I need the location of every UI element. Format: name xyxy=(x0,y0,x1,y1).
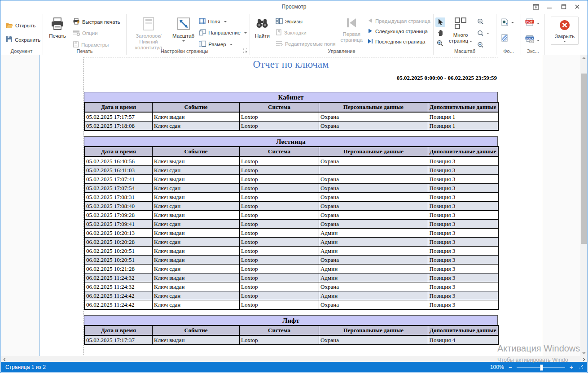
group-label-navigation: Управление xyxy=(250,48,433,54)
table-cell: 05.02.2025 17:08:31 xyxy=(84,193,153,202)
scroll-up-icon[interactable] xyxy=(580,55,588,61)
table-cell: Loxtop xyxy=(240,156,319,166)
group-label-background: Фо... xyxy=(496,48,521,54)
pdf-icon: PDF xyxy=(525,18,534,28)
table-cell: 05.02.2025 17:07:41 xyxy=(84,175,153,184)
section-band: Лестница xyxy=(84,136,498,146)
maximize-button[interactable] xyxy=(558,2,570,11)
watermark-button[interactable] xyxy=(500,33,515,43)
zoom-minus-button[interactable]: − xyxy=(509,364,512,370)
title-bar: Просмотр xyxy=(0,0,588,14)
table-cell: Охрана xyxy=(319,202,428,211)
export-pdf-button[interactable]: PDF xyxy=(524,17,541,29)
table-cell: Позиция 3 xyxy=(428,247,498,256)
options-label: Опции xyxy=(82,30,98,36)
quick-print-button[interactable]: Быстрая печать xyxy=(72,17,121,26)
column-header: Событие xyxy=(153,325,240,335)
group-label-document: Документ xyxy=(0,48,43,54)
page-color-button[interactable] xyxy=(500,17,515,27)
table-cell: Ключ выдан xyxy=(153,247,240,256)
bookmarks-button: Закладки xyxy=(275,29,337,37)
first-page-icon xyxy=(345,17,358,30)
size-button[interactable]: Размер xyxy=(198,40,248,48)
open-button[interactable]: Открыть xyxy=(5,22,41,30)
page-setup-dialog-launcher[interactable] xyxy=(242,48,248,54)
close-window-button[interactable] xyxy=(571,2,583,11)
table-cell: Позиция 3 xyxy=(428,256,498,265)
table-cell: 05.02.2025 17:08:40 xyxy=(84,202,153,211)
zoom-plus-button[interactable]: + xyxy=(570,364,573,370)
save-button[interactable]: Сохранить xyxy=(5,35,41,44)
report-table: Дата и времяСобытиеСистемаПерсональные д… xyxy=(84,325,499,345)
ribbon-group-zoom: Много страниц Масштаб xyxy=(434,14,496,55)
vertical-scroll-thumb[interactable] xyxy=(581,74,587,244)
column-header: Персональные данные xyxy=(319,325,428,335)
table-cell: Ключ сдан xyxy=(153,121,240,131)
many-pages-button[interactable]: Много страниц xyxy=(447,16,474,45)
table-cell: Loxtop xyxy=(240,184,319,193)
report-content: Отчет по ключам 05.02.2025 0:00:00 - 06.… xyxy=(83,57,498,356)
parameters-icon xyxy=(73,41,79,48)
table-cell: 06.02.2025 10:20:13 xyxy=(84,229,153,238)
dropdown-arrow-icon xyxy=(511,22,514,25)
zoom-button[interactable] xyxy=(476,29,491,37)
print-button[interactable]: Печать xyxy=(45,16,70,40)
resize-grip[interactable] xyxy=(579,364,584,370)
thumbnails-button[interactable]: Эскизы xyxy=(275,17,337,26)
last-page-button[interactable]: Последняя страница xyxy=(367,38,431,45)
orientation-button[interactable]: Направление xyxy=(198,29,248,37)
thumbnails-label: Эскизы xyxy=(285,19,303,24)
table-cell: Охрана xyxy=(319,121,428,131)
find-button[interactable]: Найти xyxy=(252,16,273,40)
preview-surface: Отчет по ключам 05.02.2025 0:00:00 - 06.… xyxy=(1,55,580,356)
margins-button[interactable]: Поля xyxy=(198,17,248,26)
table-cell: Loxtop xyxy=(240,256,319,265)
pointer-tool-button[interactable] xyxy=(435,17,445,27)
report-sections: КабинетДата и времяСобытиеСистемаПерсона… xyxy=(84,92,498,345)
table-row: 06.02.2025 11:24:42Ключ сданLoxtopОхрана… xyxy=(84,300,498,310)
zoom-slider[interactable] xyxy=(517,367,565,368)
table-cell: Loxtop xyxy=(240,247,319,256)
table-cell: Ключ выдан xyxy=(153,256,240,265)
find-label: Найти xyxy=(255,33,270,39)
zoom-in-button[interactable] xyxy=(476,41,491,49)
column-header: Дата и время xyxy=(84,102,153,112)
zoom-out-button[interactable] xyxy=(476,17,491,26)
zoom-slider-thumb[interactable] xyxy=(540,364,543,371)
next-page-button[interactable]: Следующая страница xyxy=(367,28,431,35)
export-docx-button[interactable]: DOCX xyxy=(524,35,541,46)
column-header: Система xyxy=(240,147,319,156)
table-cell: Позиция 3 xyxy=(428,229,498,238)
close-preview-button[interactable]: Закрыть xyxy=(551,17,579,45)
orientation-label: Направление xyxy=(208,30,241,35)
table-cell: Позиция 3 xyxy=(428,273,498,282)
table-cell: Loxtop xyxy=(240,265,319,273)
table-cell: Loxtop xyxy=(240,175,319,184)
table-cell: Ключ сдан xyxy=(153,220,240,229)
table-cell: Охрана xyxy=(319,300,428,310)
table-cell: Позиция 3 xyxy=(428,220,498,229)
table-cell: Позиция 4 xyxy=(428,335,498,345)
ribbon-group-background: Фо... xyxy=(496,14,521,55)
dropdown-arrow-icon xyxy=(563,41,566,43)
header-footer-button: Заголовок/Нижний колонтитул xyxy=(128,16,169,52)
table-cell: 06.02.2025 10:20:51 xyxy=(84,256,153,265)
table-cell: Loxtop xyxy=(240,202,319,211)
scale-button[interactable]: Масштаб xyxy=(171,16,196,44)
table-row: 05.02.2025 17:09:41Ключ сданLoxtopОхрана… xyxy=(84,220,498,229)
table-cell: Ключ выдан xyxy=(153,335,240,345)
table-cell: Loxtop xyxy=(240,112,319,121)
zoom-region-tool-button[interactable] xyxy=(435,39,445,48)
table-cell: Админ xyxy=(319,265,428,273)
section-band: Лифт xyxy=(84,315,498,325)
vertical-scrollbar[interactable] xyxy=(580,55,588,356)
table-row: 06.02.2025 10:20:13Ключ выданLoxtopАдмин… xyxy=(84,229,498,238)
table-cell: Охрана xyxy=(319,175,428,184)
hand-tool-button[interactable] xyxy=(435,29,445,37)
table-row: 05.02.2025 16:41:03Ключ сданLoxtopПозици… xyxy=(84,166,498,175)
minimize-button[interactable] xyxy=(544,2,555,11)
pin-window-icon[interactable] xyxy=(530,2,542,11)
print-options-button: Опции xyxy=(72,29,121,37)
table-cell: Позиция 3 xyxy=(428,282,498,291)
first-page-label-1: Первая xyxy=(342,31,360,37)
